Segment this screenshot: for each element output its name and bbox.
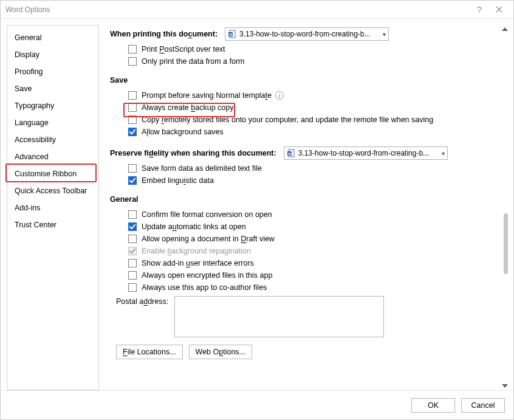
checkbox[interactable] [128, 259, 137, 267]
option-label: Always create backup copy [142, 103, 233, 112]
checkbox[interactable] [128, 115, 137, 124]
option-save-form-data[interactable]: Save form data as delimited text file [110, 162, 505, 174]
titlebar: Word Options ? [1, 1, 513, 19]
option-show-addin-errors[interactable]: Show add-in user interface errors [110, 257, 505, 269]
sidebar-item-general[interactable]: General [7, 29, 98, 46]
scroll-down-icon[interactable] [502, 384, 508, 388]
option-label: Always open encrypted files in this app [142, 271, 272, 280]
option-label: Enable background repagination [142, 247, 251, 255]
cancel-button[interactable]: Cancel [461, 398, 505, 413]
file-locations-button[interactable]: File Locations... [116, 345, 183, 359]
printing-document-dropdown[interactable]: W 3.13-how-to-stop-word-from-creating-b.… [225, 27, 389, 41]
dialog-footer: OK Cancel [1, 390, 513, 419]
checkbox [128, 247, 137, 255]
close-button[interactable] [489, 1, 509, 19]
checkbox[interactable] [128, 164, 137, 173]
chevron-down-icon: ▾ [383, 31, 386, 38]
sidebar-item-advanced[interactable]: Advanced [7, 148, 98, 165]
option-label: Allow background saves [142, 128, 224, 136]
word-options-dialog: Word Options ? General Display Proofing … [0, 0, 514, 420]
preserve-fidelity-label: Preserve fidelity when sharing this docu… [110, 149, 276, 157]
scroll-thumb[interactable] [504, 213, 508, 274]
option-label: Print PostScript over text [142, 45, 225, 53]
option-print-postscript[interactable]: Print PostScript over text [110, 43, 505, 55]
option-label: Copy remotely stored files onto your com… [142, 115, 433, 124]
section-general-heading: General [110, 195, 505, 204]
checkbox[interactable] [128, 103, 137, 112]
sidebar-item-display[interactable]: Display [7, 46, 98, 63]
category-sidebar: General Display Proofing Save Typography… [7, 25, 99, 390]
sidebar-item-language[interactable]: Language [7, 114, 98, 131]
option-always-backup[interactable]: Always create backup copy [110, 102, 505, 114]
checkbox[interactable] [128, 222, 137, 231]
postal-address-label: Postal address: [116, 296, 168, 306]
sidebar-item-customise-ribbon[interactable]: Customise Ribbon [7, 165, 98, 182]
sidebar-item-trust-center[interactable]: Trust Center [7, 216, 98, 233]
checkbox[interactable] [128, 210, 137, 219]
scroll-up-icon[interactable] [502, 27, 508, 31]
sidebar-item-save[interactable]: Save [7, 80, 98, 97]
svg-text:W: W [287, 152, 291, 156]
option-draft-view[interactable]: Allow opening a document in Draft view [110, 233, 505, 245]
checkbox[interactable] [128, 283, 137, 292]
option-label: Confirm file format conversion on open [142, 210, 272, 219]
word-document-icon: W [287, 149, 295, 157]
checkbox[interactable] [128, 45, 137, 53]
option-copy-remote[interactable]: Copy remotely stored files onto your com… [110, 114, 505, 126]
preserve-fidelity-row: Preserve fidelity when sharing this docu… [110, 146, 505, 160]
svg-text:W: W [229, 33, 233, 36]
option-label: Only print the data from a form [142, 57, 245, 66]
option-background-saves[interactable]: Allow background saves [110, 126, 505, 138]
dialog-body: General Display Proofing Save Typography… [1, 19, 513, 390]
sidebar-item-typography[interactable]: Typography [7, 97, 98, 114]
option-prompt-normal[interactable]: Prompt before saving Normal template i [110, 89, 505, 102]
option-update-links[interactable]: Update automatic links at open [110, 221, 505, 233]
sidebar-item-accessibility[interactable]: Accessibility [7, 131, 98, 148]
scrollbar[interactable] [500, 25, 510, 390]
printing-document-value: 3.13-how-to-stop-word-from-creating-b... [239, 30, 379, 38]
dialog-title: Word Options [5, 5, 470, 14]
option-label: Show add-in user interface errors [142, 259, 254, 267]
option-label: Allow opening a document in Draft view [142, 235, 275, 243]
option-label: Always use this app to co-author files [142, 283, 267, 292]
option-coauthor[interactable]: Always use this app to co-author files [110, 281, 505, 294]
checkbox[interactable] [128, 128, 137, 136]
web-options-button[interactable]: Web Options... [189, 345, 252, 359]
checkbox[interactable] [128, 57, 137, 66]
preserve-fidelity-value: 3.13-how-to-stop-word-from-creating-b... [298, 149, 438, 157]
preserve-fidelity-dropdown[interactable]: W 3.13-how-to-stop-word-from-creating-b.… [284, 146, 448, 160]
sidebar-item-add-ins[interactable]: Add-ins [7, 199, 98, 216]
info-icon[interactable]: i [275, 91, 284, 100]
word-document-icon: W [228, 30, 236, 38]
printing-document-row: When printing this document: W 3.13-how-… [110, 27, 505, 41]
checkbox[interactable] [128, 235, 137, 243]
option-label: Update automatic links at open [142, 222, 246, 231]
sidebar-item-quick-access-toolbar[interactable]: Quick Access Toolbar [7, 182, 98, 199]
checkbox[interactable] [128, 91, 137, 100]
close-icon [496, 6, 502, 13]
ok-button[interactable]: OK [411, 398, 455, 413]
options-content: When printing this document: W 3.13-how-… [99, 25, 510, 390]
option-label: Save form data as delimited text file [142, 164, 262, 173]
option-open-encrypted[interactable]: Always open encrypted files in this app [110, 269, 505, 281]
option-background-repagination: Enable background repagination [110, 245, 505, 257]
sidebar-item-proofing[interactable]: Proofing [7, 63, 98, 80]
checkbox[interactable] [128, 176, 137, 185]
help-button[interactable]: ? [470, 1, 489, 19]
option-embed-linguistic[interactable]: Embed linguistic data [110, 174, 505, 187]
printing-document-label: When printing this document: [110, 30, 218, 38]
chevron-down-icon: ▾ [442, 150, 445, 157]
option-confirm-conversion[interactable]: Confirm file format conversion on open [110, 208, 505, 221]
postal-address-input[interactable] [174, 296, 384, 337]
checkbox[interactable] [128, 271, 137, 280]
option-print-formdata[interactable]: Only print the data from a form [110, 55, 505, 67]
section-save-heading: Save [110, 76, 505, 84]
postal-address-row: Postal address: [110, 296, 505, 337]
option-label: Prompt before saving Normal template [142, 91, 272, 100]
option-label: Embed linguistic data [142, 176, 214, 185]
